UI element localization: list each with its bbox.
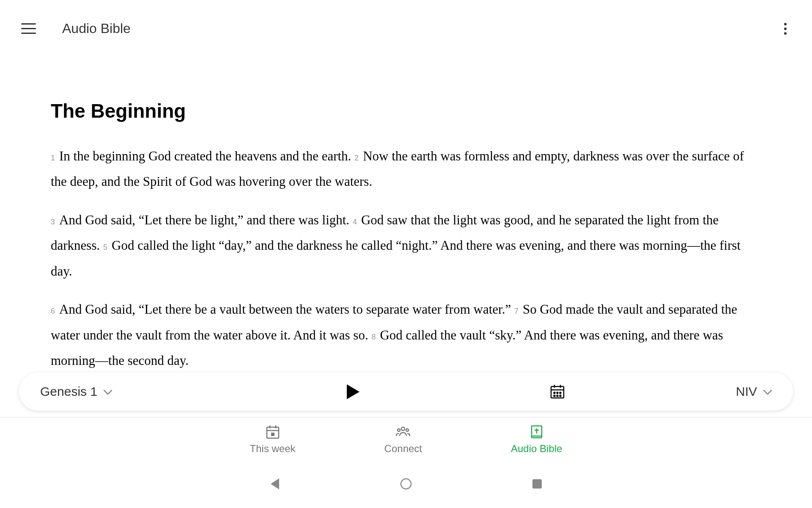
svg-point-6 — [560, 392, 561, 394]
svg-point-16 — [398, 429, 400, 431]
bible-icon — [529, 424, 544, 439]
svg-point-15 — [401, 427, 405, 431]
system-back-button[interactable] — [269, 478, 281, 492]
chapter-label: Genesis 1 — [40, 384, 97, 399]
verse-text: In the beginning God created the heavens… — [59, 149, 354, 163]
svg-point-8 — [557, 395, 558, 397]
nav-item-connect[interactable]: Connect — [384, 424, 422, 455]
chevron-down-icon — [763, 389, 772, 394]
section-title: The Beginning — [51, 99, 761, 122]
people-icon — [395, 424, 411, 439]
play-button[interactable] — [347, 384, 359, 399]
more-options-icon[interactable] — [780, 19, 791, 39]
chevron-down-icon — [104, 389, 112, 394]
nav-label: Audio Bible — [511, 443, 562, 455]
verse-number: 1 — [51, 154, 57, 162]
scripture-content[interactable]: The Beginning 1 In the beginning God cre… — [0, 57, 812, 419]
system-navigation — [0, 461, 812, 508]
system-home-button[interactable] — [400, 478, 412, 492]
verse-number: 8 — [371, 333, 378, 341]
scripture-paragraph: 6 And God said, “Let there be a vault be… — [51, 297, 761, 373]
nav-item-this-week[interactable]: This week — [250, 424, 296, 455]
svg-point-4 — [554, 392, 555, 394]
verse-number: 7 — [514, 307, 521, 315]
scripture-paragraph: 1 In the beginning God created the heave… — [51, 144, 761, 195]
nav-item-audio-bible[interactable]: Audio Bible — [511, 424, 562, 455]
chapter-selector[interactable]: Genesis 1 — [40, 384, 112, 399]
verse-text: And God said, “Let there be a vault betw… — [59, 302, 514, 317]
verse-number: 2 — [354, 154, 361, 162]
menu-icon[interactable] — [21, 23, 36, 34]
player-bar: Genesis 1 — [19, 373, 793, 411]
scripture-paragraph: 3 And God said, “Let there be light,” an… — [51, 207, 761, 284]
svg-point-17 — [406, 429, 409, 431]
nav-label: This week — [250, 443, 296, 455]
system-recent-button[interactable] — [531, 478, 543, 492]
verse-number: 4 — [353, 218, 359, 226]
verse-text: And God said, “Let there be light,” and … — [59, 213, 353, 227]
verse-number: 6 — [51, 307, 57, 315]
verse-text: God called the light “day,” and the dark… — [51, 238, 741, 278]
verse-number: 3 — [51, 218, 57, 226]
translation-selector[interactable]: NIV — [736, 384, 772, 399]
bottom-navigation: This week Connect Audio Bible — [0, 417, 812, 461]
svg-point-22 — [401, 479, 411, 489]
svg-point-9 — [560, 395, 561, 397]
verse-number: 5 — [103, 243, 110, 251]
top-bar-left: Audio Bible — [21, 21, 131, 36]
translation-label: NIV — [736, 384, 757, 399]
svg-rect-23 — [532, 479, 542, 489]
app-title: Audio Bible — [62, 21, 131, 36]
top-bar: Audio Bible — [0, 0, 812, 57]
svg-point-5 — [557, 392, 558, 394]
player-controls — [176, 384, 736, 399]
calendar-button[interactable] — [550, 384, 565, 399]
calendar-icon — [265, 424, 280, 439]
nav-label: Connect — [384, 443, 422, 455]
svg-point-7 — [554, 395, 555, 397]
svg-rect-14 — [271, 433, 274, 436]
